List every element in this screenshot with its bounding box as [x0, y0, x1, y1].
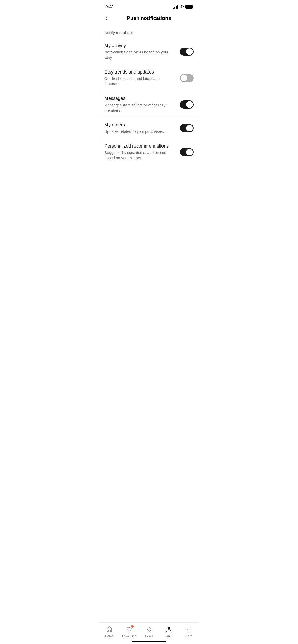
status-bar: 9:41 [99, 0, 199, 12]
toggle-text-etsy-trends: Etsy trends and updates Our freshest fin… [104, 69, 180, 86]
toggle-row-my-orders: My orders Updates related to your purcha… [99, 118, 199, 139]
back-button[interactable]: ‹ [104, 14, 108, 23]
toggle-knob-messages [186, 101, 193, 108]
toggle-knob-etsy-trends [181, 75, 187, 81]
toggle-desc-my-activity: Notifications and alerts based on your E… [104, 49, 175, 60]
toggle-title-etsy-trends: Etsy trends and updates [104, 69, 175, 75]
toggle-text-personalized-recommendations: Personalized recommendations Suggested s… [104, 143, 180, 160]
toggle-personalized-recommendations[interactable] [180, 148, 194, 156]
toggle-my-orders[interactable] [180, 124, 194, 132]
toggle-title-personalized-recommendations: Personalized recommendations [104, 143, 175, 149]
toggle-title-my-activity: My activity [104, 43, 175, 48]
page-title: Push notifications [127, 15, 171, 21]
wifi-icon [179, 5, 184, 9]
toggle-desc-messages: Messages from sellers or other Etsy memb… [104, 102, 175, 113]
toggle-desc-etsy-trends: Our freshest finds and latest app featur… [104, 76, 175, 86]
toggle-text-my-activity: My activity Notifications and alerts bas… [104, 43, 180, 60]
toggle-text-my-orders: My orders Updates related to your purcha… [104, 122, 180, 134]
toggle-etsy-trends[interactable] [180, 74, 194, 82]
toggle-messages[interactable] [180, 100, 194, 109]
page-header: ‹ Push notifications [99, 12, 199, 25]
status-time: 9:41 [105, 4, 114, 9]
toggle-row-messages: Messages Messages from sellers or other … [99, 91, 199, 118]
toggle-my-activity[interactable] [180, 48, 194, 56]
toggle-desc-my-orders: Updates related to your purchases. [104, 129, 175, 134]
back-chevron-icon: ‹ [105, 15, 107, 22]
toggle-title-my-orders: My orders [104, 122, 175, 128]
toggle-desc-personalized-recommendations: Suggested shops, items, and events based… [104, 150, 175, 160]
main-content: Notify me about My activity Notification… [99, 25, 199, 165]
toggle-row-etsy-trends: Etsy trends and updates Our freshest fin… [99, 65, 199, 91]
section-label: Notify me about [99, 31, 199, 38]
toggle-knob-my-orders [186, 125, 193, 131]
toggle-text-messages: Messages Messages from sellers or other … [104, 96, 180, 113]
status-icons [173, 5, 193, 9]
toggle-row-personalized-recommendations: Personalized recommendations Suggested s… [99, 139, 199, 165]
battery-icon [185, 5, 193, 9]
signal-icon [173, 5, 178, 9]
toggle-knob-my-activity [186, 48, 193, 55]
toggle-knob-personalized-recommendations [186, 149, 193, 155]
toggle-row-my-activity: My activity Notifications and alerts bas… [99, 38, 199, 65]
toggle-title-messages: Messages [104, 96, 175, 101]
